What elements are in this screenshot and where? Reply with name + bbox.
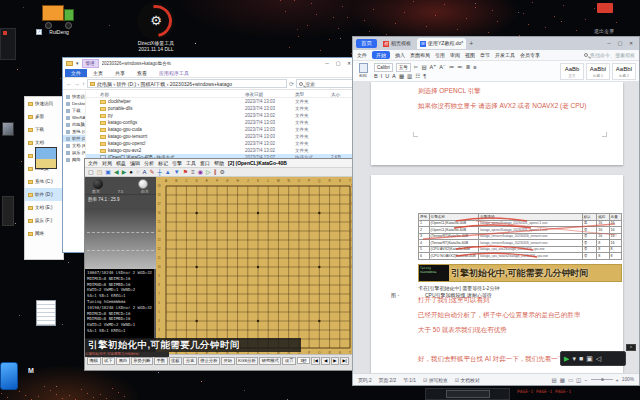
photo-thumbnail[interactable] <box>35 147 57 169</box>
document-icon[interactable] <box>36 300 56 326</box>
bg-tree-item[interactable]: 桌面 <box>25 110 63 123</box>
desktop-icon-fragment[interactable] <box>2 122 14 136</box>
style-box-2[interactable]: AaBbI标题 2 <box>612 63 636 80</box>
paste-button[interactable]: 粘贴 <box>356 62 370 80</box>
analysis-time-input[interactable]: 3秒 <box>297 357 310 364</box>
go-button-7[interactable]: 停止分析 <box>198 357 220 365</box>
bg-tree-item[interactable]: 娱乐 (F:) <box>25 214 63 227</box>
sidebar-item[interactable]: 网络 <box>63 156 85 163</box>
format-icon-r2-5[interactable]: ▥ <box>407 73 412 79</box>
minimize-button[interactable]: ─ <box>604 39 614 48</box>
go-board[interactable]: AABBCCDDEEFFGGHHJJKKLLMMNNOOPPQQRRSSTT19… <box>156 177 356 354</box>
folder-row[interactable]: katago-gpu-cuda2023/7/4 13:03文件夹 <box>86 126 357 133</box>
format-icon-r2-3[interactable]: Ꭺ <box>392 73 396 80</box>
ribbon-tab-1[interactable]: 开始 <box>372 51 390 59</box>
go-menu-2[interactable]: 棋盘 <box>116 160 126 166</box>
status-item-4[interactable]: ☑ 文档校对 <box>455 377 480 383</box>
folder-row[interactable]: katago-cpu-avx22023/7/4 13:02文件夹 <box>86 147 357 154</box>
format-icon-r1-5[interactable]: ≕ <box>457 64 463 70</box>
close-button[interactable]: ✕ <box>626 39 636 48</box>
bg-tree-item[interactable]: 网络 <box>25 227 63 240</box>
status-item-3[interactable]: ☑ 拼写检查 <box>423 377 448 383</box>
go-button-3[interactable]: 形势判断 <box>131 357 153 365</box>
go-menu-3[interactable]: 编辑 <box>130 160 140 166</box>
go-button-6[interactable]: 分支 <box>183 357 197 365</box>
nav-button-1[interactable]: ◀ <box>321 357 329 365</box>
desktop-icon-fragment[interactable] <box>2 196 14 226</box>
fragment-button[interactable] <box>446 390 490 398</box>
go-button-4[interactable]: 手数 <box>154 357 168 365</box>
minimize-button[interactable]: ─ <box>322 59 332 68</box>
go-menu-7[interactable]: 工具 <box>186 160 196 166</box>
grid-icon[interactable]: ┼ <box>158 168 162 176</box>
format-icon-r1-6[interactable]: ≣ <box>466 64 471 70</box>
go-button-8[interactable]: 开始 <box>221 357 235 365</box>
format-icon-r2-2[interactable]: U <box>385 73 389 79</box>
col-name[interactable]: 名称 <box>100 92 245 97</box>
style-box-1[interactable]: AaBbI标题 1 <box>586 63 610 80</box>
home-tab[interactable]: 首页 <box>356 39 377 48</box>
format-icon-r1-0[interactable]: ✂ <box>414 64 419 70</box>
bg-tree-item[interactable]: 下载 <box>25 123 63 136</box>
open-icon[interactable]: ◳ <box>97 168 103 176</box>
media-control-bar[interactable]: ▶▾■▣◁ <box>560 351 626 366</box>
back-icon[interactable]: ← <box>66 81 72 87</box>
new-tab-button[interactable]: + <box>469 40 473 47</box>
go-button-2[interactable]: 黑白 <box>116 357 130 365</box>
dropdown-icon[interactable]: ▾ <box>572 352 576 365</box>
down-icon[interactable]: ▼ <box>174 168 180 176</box>
format-icon-r1-4[interactable]: ≔ <box>449 64 455 70</box>
record-icon[interactable]: ▣ <box>586 352 593 365</box>
collapse-button[interactable]: ^ <box>626 344 636 351</box>
search-input[interactable]: 搜索 <box>296 79 354 88</box>
explorer-tab-1[interactable]: 主页 <box>87 69 109 77</box>
font-name-select[interactable]: Calibri <box>374 63 393 72</box>
go-button-10[interactable]: 研究模式 <box>259 357 281 365</box>
explorer-tab-0[interactable]: 文件 <box>65 69 87 77</box>
folder-row[interactable]: katago-gpu-tensorrt2023/7/4 13:03文件夹 <box>86 133 357 140</box>
sidebar-item[interactable]: 软件 (D:) <box>63 135 85 142</box>
stop-icon[interactable]: ■ <box>579 352 583 365</box>
zoom-out-button[interactable]: − <box>584 377 587 383</box>
save-icon[interactable]: ▣ <box>105 168 111 176</box>
flag-icon[interactable]: ⚑ <box>183 168 188 176</box>
sidebar-item[interactable]: 娱乐 (F:) <box>63 149 85 156</box>
doc-page-2[interactable]: 序号引擎名称引擎路径默认线程批量1(OpenCL)KataGo-40Bkatag… <box>371 175 623 373</box>
letter-mark-icon[interactable]: A <box>143 168 147 176</box>
format-icon-r2-1[interactable]: I <box>381 73 383 79</box>
go-menu-5[interactable]: 标记 <box>158 160 168 166</box>
new-board-icon[interactable]: ▢ <box>88 168 94 176</box>
sidebar-item[interactable]: WinRAR <box>63 114 85 121</box>
format-icon-r1-2[interactable]: A⁺ <box>430 64 437 70</box>
format-icon-r2-4[interactable]: ▦ <box>399 73 404 79</box>
desktop-icon-dx-repair[interactable]: ⚙ DirectX修复工具 2021.11.14 DLL <box>128 2 184 52</box>
zoom-in-button[interactable]: + <box>616 377 619 383</box>
sidebar-item[interactable]: 下载 <box>63 107 85 114</box>
nav-button-3[interactable]: ▶| <box>340 357 349 365</box>
undo-icon[interactable]: ◀ <box>114 168 119 176</box>
format-icon-r1-7[interactable]: ≡ <box>473 64 476 70</box>
bg-tree-item[interactable]: 系统 (C:) <box>25 175 63 188</box>
explorer-tab-2[interactable]: 共享 <box>109 69 131 77</box>
go-menu-0[interactable]: 文件 <box>88 160 98 166</box>
prev-icon[interactable]: ◁ <box>596 352 601 365</box>
ribbon-tab-5[interactable]: 审阅 <box>450 52 460 58</box>
zoom-slider[interactable] <box>591 379 613 380</box>
go-menu-8[interactable]: 窗口 <box>200 160 210 166</box>
play-icon[interactable]: ▶ <box>564 352 569 365</box>
blue-app-icon[interactable] <box>0 362 18 390</box>
window-controls[interactable]: ─▢✕ <box>322 59 354 68</box>
outline-icon[interactable]: ◫ <box>576 377 581 383</box>
quick-access-toolbar[interactable]: ▾ <box>76 60 79 66</box>
settings-icon[interactable]: ⚙ <box>220 168 225 176</box>
ribbon-tab-2[interactable]: 插入 <box>395 52 405 58</box>
folder-row[interactable]: clockhelper2023/7/4 13:03文件夹 <box>86 98 357 105</box>
folder-row[interactable]: katago-gpu-opencl2023/7/4 13:02文件夹 <box>86 140 357 147</box>
sidebar-item[interactable]: 此电脑 <box>63 121 85 128</box>
go-button-1[interactable]: 试下 <box>102 357 116 365</box>
explorer-tab-3[interactable]: 查看 <box>131 69 153 77</box>
go-button-0[interactable]: 悔棋 <box>87 357 101 365</box>
go-button-9[interactable]: KGS分析 <box>236 357 259 365</box>
nav-button-0[interactable]: |◀ <box>311 357 320 365</box>
sidebar-item[interactable]: Desktop <box>63 100 85 107</box>
